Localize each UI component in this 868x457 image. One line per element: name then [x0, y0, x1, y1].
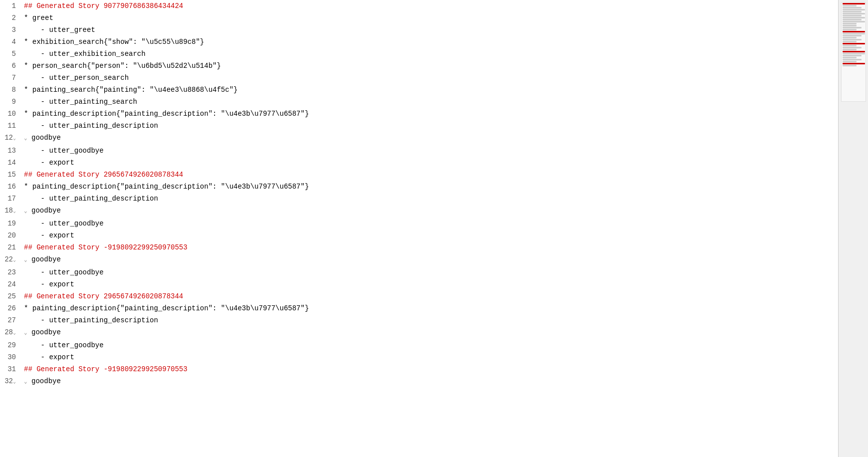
line-number: 24: [0, 278, 24, 290]
line-number: 3: [0, 24, 24, 36]
code-line: 5 - utter_exhibition_search: [0, 48, 838, 60]
minimap: [841, 2, 866, 102]
line-content: ⌄ goodbye: [24, 132, 838, 144]
minimap-line: [843, 57, 857, 58]
code-line: 14 - export: [0, 157, 838, 169]
code-line: 19 - utter_goodbye: [0, 218, 838, 229]
code-line: 18⌄⌄ goodbye: [0, 205, 838, 218]
code-line: 16* painting_description{"painting_descr…: [0, 181, 838, 193]
line-number: 31: [0, 363, 24, 375]
line-number: 12⌄: [0, 132, 24, 145]
code-line: 9 - utter_painting_search: [0, 96, 838, 108]
line-number: 25: [0, 290, 24, 302]
line-content: * exhibition_search{"show": "\u5c55\u89c…: [24, 36, 838, 48]
minimap-line: [843, 65, 857, 66]
line-content: * person_search{"person": "\u6bd5\u52d2\…: [24, 60, 838, 72]
line-number: 23: [0, 266, 24, 278]
code-lines: 1## Generated Story 90779076863864344242…: [0, 0, 838, 388]
line-content: ## Generated Story 2965674926020878344: [24, 290, 838, 302]
line-content: - export: [24, 278, 838, 290]
code-line: 30 - export: [0, 351, 838, 363]
code-line: 3 - utter_greet: [0, 24, 838, 36]
line-number: 17: [0, 193, 24, 205]
line-content: ## Generated Story -9198092299250970553: [24, 363, 838, 375]
code-line: 29 - utter_goodbye: [0, 339, 838, 351]
code-line: 21## Generated Story -919809229925097055…: [0, 241, 838, 253]
minimap-line: [843, 9, 866, 10]
line-content: * painting_description{"painting_descrip…: [24, 302, 838, 314]
minimap-line: [843, 39, 862, 40]
code-line: 2* greet: [0, 12, 838, 24]
minimap-line: [843, 15, 862, 16]
minimap-line: [843, 33, 866, 34]
code-line: 15## Generated Story 2965674926020878344: [0, 169, 838, 181]
line-number: 18⌄: [0, 205, 24, 218]
line-content: * painting_description{"painting_descrip…: [24, 108, 838, 120]
line-content: - export: [24, 351, 838, 363]
minimap-line: [843, 41, 857, 42]
minimap-line: [843, 5, 857, 6]
code-line: 31## Generated Story -919809229925097055…: [0, 363, 838, 375]
code-line: 20 - export: [0, 229, 838, 241]
line-number: 29: [0, 339, 24, 351]
code-line: 25## Generated Story 2965674926020878344: [0, 290, 838, 302]
code-line: 17 - utter_painting_description: [0, 193, 838, 205]
minimap-line: [843, 51, 866, 52]
minimap-line: [843, 49, 857, 50]
minimap-line: [843, 35, 862, 36]
minimap-line: [843, 43, 866, 44]
line-content: - export: [24, 229, 838, 241]
minimap-line: [843, 11, 862, 12]
code-line: 12⌄⌄ goodbye: [0, 132, 838, 145]
line-number: 27: [0, 314, 24, 326]
line-number: 30: [0, 351, 24, 363]
line-number: 22⌄: [0, 253, 24, 266]
line-number: 9: [0, 96, 24, 108]
minimap-line: [843, 19, 862, 20]
code-line: 28⌄⌄ goodbye: [0, 326, 838, 339]
minimap-line: [843, 31, 866, 32]
line-number: 11: [0, 120, 24, 132]
minimap-line: [843, 3, 866, 4]
line-number: 4: [0, 36, 24, 48]
line-number: 20: [0, 229, 24, 241]
minimap-line: [843, 29, 857, 30]
line-content: ## Generated Story 2965674926020878344: [24, 169, 838, 181]
code-editor: 1## Generated Story 90779076863864344242…: [0, 0, 838, 457]
code-line: 11 - utter_painting_description: [0, 120, 838, 132]
minimap-line: [843, 61, 857, 62]
minimap-line: [843, 25, 857, 26]
line-content: * painting_search{"painting": "\u4ee3\u8…: [24, 84, 838, 96]
line-number: 21: [0, 241, 24, 253]
line-number: 16: [0, 181, 24, 193]
code-line: 32⌄⌄ goodbye: [0, 375, 838, 388]
minimap-line: [843, 55, 862, 56]
minimap-line: [843, 23, 857, 24]
code-line: 13 - utter_goodbye: [0, 145, 838, 157]
line-number: 14: [0, 157, 24, 169]
minimap-line: [843, 45, 857, 46]
minimap-line: [843, 59, 862, 60]
code-line: 23 - utter_goodbye: [0, 266, 838, 278]
line-number: 13: [0, 145, 24, 157]
code-line: 8* painting_search{"painting": "\u4ee3\u…: [0, 84, 838, 96]
line-number: 28⌄: [0, 326, 24, 339]
minimap-line: [843, 13, 866, 14]
minimap-line: [843, 21, 866, 22]
line-content: - utter_exhibition_search: [24, 48, 838, 60]
line-content: ⌄ goodbye: [24, 205, 838, 217]
line-content: - utter_painting_description: [24, 120, 838, 132]
line-content: - export: [24, 157, 838, 169]
line-number: 1: [0, 0, 24, 12]
line-number: 5: [0, 48, 24, 60]
line-number: 26: [0, 302, 24, 314]
minimap-line: [843, 7, 862, 8]
line-content: - utter_goodbye: [24, 218, 838, 229]
line-content: - utter_person_search: [24, 72, 838, 84]
line-content: ## Generated Story -9198092299250970553: [24, 241, 838, 253]
code-line: 24 - export: [0, 278, 838, 290]
minimap-line: [843, 53, 866, 54]
line-content: ⌄ goodbye: [24, 375, 838, 388]
line-content: - utter_painting_search: [24, 96, 838, 108]
line-number: 19: [0, 218, 24, 229]
